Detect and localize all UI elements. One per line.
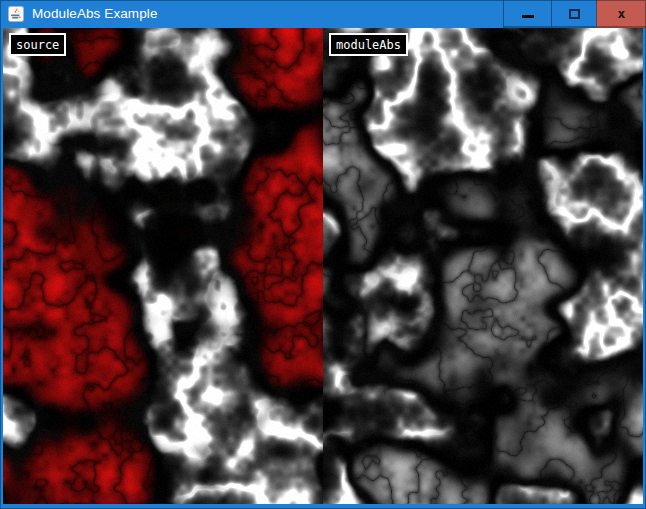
source-noise-image xyxy=(3,28,323,504)
source-panel: source xyxy=(3,28,323,504)
window-title: ModuleAbs Example xyxy=(32,0,158,28)
minimize-button[interactable] xyxy=(503,0,551,28)
java-app-icon xyxy=(8,6,24,22)
maximize-icon xyxy=(569,9,580,19)
maximize-button[interactable] xyxy=(551,0,596,28)
window-titlebar[interactable]: ModuleAbs Example x xyxy=(0,0,646,28)
close-icon: x xyxy=(618,7,626,20)
minimize-icon xyxy=(522,15,534,18)
source-label: source xyxy=(9,33,66,56)
moduleabs-label: moduleAbs xyxy=(329,33,408,56)
moduleabs-panel: moduleAbs xyxy=(323,28,643,504)
moduleabs-noise-image xyxy=(323,28,643,504)
app-window: ModuleAbs Example x source moduleAbs xyxy=(0,0,646,509)
window-controls: x xyxy=(503,0,646,28)
close-button[interactable]: x xyxy=(596,0,646,28)
image-content-area: source moduleAbs xyxy=(3,28,643,504)
